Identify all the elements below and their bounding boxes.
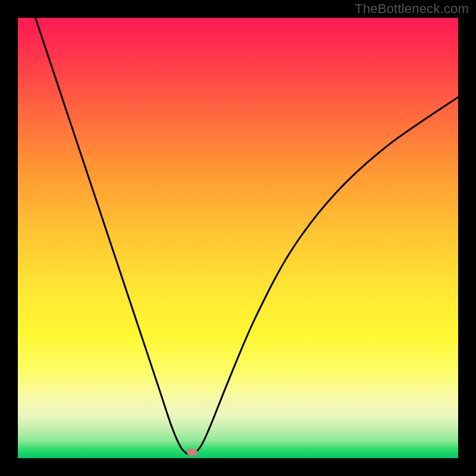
bottleneck-curve-path — [36, 18, 458, 455]
plot-area — [18, 18, 458, 458]
curve-svg — [18, 18, 458, 458]
optimum-marker — [187, 449, 198, 456]
watermark-text: TheBottleneck.com — [355, 1, 469, 17]
chart-frame: TheBottleneck.com — [0, 0, 476, 476]
